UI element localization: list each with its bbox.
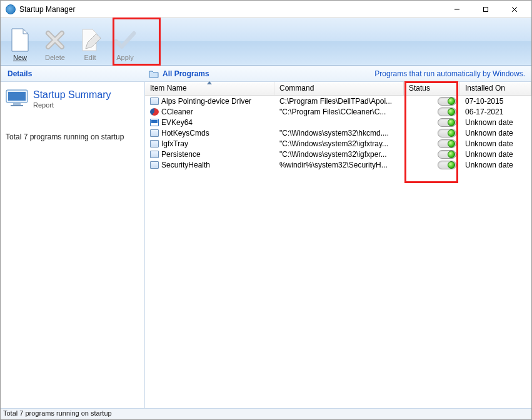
details-header: Details: [1, 69, 145, 78]
table-row[interactable]: CCleaner"C:\Program Files\CCleaner\C...0…: [145, 106, 531, 117]
toggle-knob: [448, 108, 455, 116]
edit-icon: [79, 28, 101, 52]
cell-command: "C:\Windows\system32\igfxtray...: [274, 139, 404, 148]
summary-subtitle: Report: [33, 101, 111, 109]
folder-icon: [149, 69, 159, 78]
item-name: CCleaner: [161, 108, 193, 116]
column-headers: Item Name Command Status Installed On: [145, 82, 531, 96]
table-row[interactable]: HotKeysCmds"C:\Windows\system32\hkcmd...…: [145, 128, 531, 138]
item-name: Alps Pointing-device Driver: [161, 97, 251, 106]
delete-icon: [44, 28, 66, 52]
main-split: Startup Summary Report Total 7 programs …: [1, 82, 531, 408]
cell-installed: 06-17-2021: [460, 108, 531, 116]
status-toggle[interactable]: [438, 139, 456, 148]
toggle-knob: [448, 129, 455, 137]
item-name: IgfxTray: [161, 139, 188, 148]
statusbar: Total 7 programs running on startup: [1, 408, 531, 419]
monitor-icon: [6, 89, 28, 107]
apply-button[interactable]: Apply: [108, 20, 142, 64]
col-header-installed[interactable]: Installed On: [460, 82, 531, 95]
app-icon: [150, 151, 159, 158]
cell-installed: Unknown date: [460, 161, 531, 169]
cell-status: [404, 118, 460, 127]
table-row[interactable]: EVKey64Unknown date: [145, 117, 531, 128]
cell-installed: Unknown date: [460, 150, 531, 159]
toggle-knob: [448, 140, 455, 148]
app-icon: [150, 129, 159, 137]
cell-status: [404, 129, 460, 138]
status-toggle[interactable]: [438, 161, 456, 169]
all-programs-label: All Programs: [163, 69, 209, 78]
left-pane: Startup Summary Report Total 7 programs …: [1, 82, 145, 408]
svg-rect-7: [11, 105, 23, 106]
program-list: Alps Pointing-device DriverC:\Program Fi…: [145, 96, 531, 408]
table-row[interactable]: Persistence"C:\Windows\system32\igfxper.…: [145, 149, 531, 159]
delete-button[interactable]: Delete: [38, 20, 72, 64]
table-row[interactable]: IgfxTray"C:\Windows\system32\igfxtray...…: [145, 138, 531, 149]
apply-label: Apply: [116, 54, 134, 61]
startup-summary-item[interactable]: Startup Summary Report: [6, 89, 139, 109]
table-row[interactable]: SecurityHealth%windir%\system32\Security…: [145, 159, 531, 170]
col-header-name[interactable]: Item Name: [145, 82, 274, 95]
cell-command: "C:\Windows\system32\hkcmd....: [274, 129, 404, 138]
item-name: EVKey64: [161, 118, 193, 127]
maximize-button[interactable]: [471, 1, 500, 18]
cell-installed: 07-10-2015: [460, 97, 531, 106]
sort-indicator-icon: [207, 81, 212, 84]
toggle-knob: [448, 161, 455, 169]
cell-name: CCleaner: [145, 108, 274, 116]
evkey-icon: [150, 119, 159, 126]
minimize-button[interactable]: [443, 1, 471, 18]
cell-command: C:\Program Files\DellTPad\Apoi...: [274, 97, 404, 106]
cell-name: EVKey64: [145, 118, 274, 127]
col-header-status[interactable]: Status: [404, 82, 460, 95]
cell-name: HotKeysCmds: [145, 129, 274, 138]
cell-name: SecurityHealth: [145, 161, 274, 169]
cell-command: "C:\Program Files\CCleaner\C...: [274, 108, 404, 116]
svg-rect-6: [13, 103, 21, 105]
cell-command: %windir%\system32\SecurityH...: [274, 161, 404, 169]
all-programs-header: All Programs Programs that run automatic…: [145, 69, 531, 78]
item-name: SecurityHealth: [161, 161, 210, 169]
cell-installed: Unknown date: [460, 118, 531, 127]
new-icon: [9, 28, 31, 52]
cell-name: Alps Pointing-device Driver: [145, 97, 274, 106]
cell-name: Persistence: [145, 150, 274, 159]
col-header-command[interactable]: Command: [274, 82, 404, 95]
toolbar: New Delete Edit Apply: [1, 18, 531, 66]
titlebar: Startup Manager: [1, 1, 531, 18]
delete-label: Delete: [45, 54, 65, 61]
cell-name: IgfxTray: [145, 139, 274, 148]
new-button[interactable]: New: [3, 20, 37, 64]
app-icon: [6, 4, 16, 14]
new-label: New: [13, 54, 27, 61]
apply-icon: [114, 28, 136, 52]
svg-rect-5: [8, 92, 26, 101]
summary-count: Total 7 programs running on startup: [6, 132, 139, 141]
edit-button[interactable]: Edit: [73, 20, 107, 64]
toggle-knob: [448, 119, 455, 126]
hint-text: Programs that run automatically by Windo…: [374, 69, 525, 78]
cell-status: [404, 108, 460, 116]
cell-status: [404, 97, 460, 106]
cell-status: [404, 139, 460, 148]
cell-command: "C:\Windows\system32\igfxper...: [274, 150, 404, 159]
status-toggle[interactable]: [438, 118, 456, 127]
status-toggle[interactable]: [438, 97, 456, 106]
cell-installed: Unknown date: [460, 139, 531, 148]
svg-rect-1: [484, 7, 488, 11]
summary-title: Startup Summary: [33, 89, 111, 101]
right-pane: Item Name Command Status Installed On Al…: [145, 82, 531, 408]
app-icon: [150, 140, 159, 148]
item-name: Persistence: [161, 150, 201, 159]
toggle-knob: [448, 98, 455, 105]
close-button[interactable]: [500, 1, 529, 18]
cell-status: [404, 150, 460, 159]
status-toggle[interactable]: [438, 150, 456, 159]
status-toggle[interactable]: [438, 129, 456, 138]
status-toggle[interactable]: [438, 108, 456, 116]
item-name: HotKeysCmds: [161, 129, 209, 138]
table-row[interactable]: Alps Pointing-device DriverC:\Program Fi…: [145, 96, 531, 106]
section-header-row: Details All Programs Programs that run a…: [1, 66, 531, 82]
window-title: Startup Manager: [19, 5, 75, 14]
